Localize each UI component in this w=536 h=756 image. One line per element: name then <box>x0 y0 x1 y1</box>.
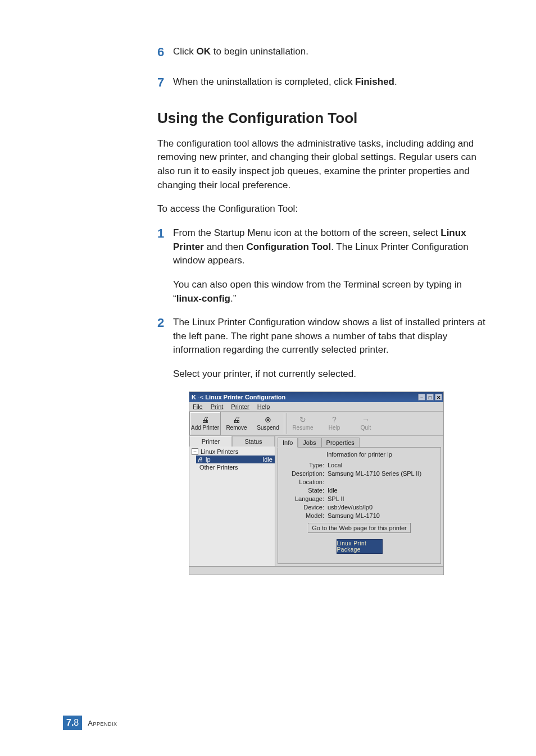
label: Quit <box>361 425 371 431</box>
page: 6 Click OK to begin uninstallation. 7 Wh… <box>0 0 536 756</box>
info-type-value: Local <box>328 462 436 468</box>
step-1: 1 From the Startup Menu icon at the bott… <box>157 226 485 268</box>
tree-root-other-printers[interactable]: Other Printers <box>190 463 275 471</box>
step-text: The Linux Printer Configuration window s… <box>173 316 485 357</box>
maximize-button[interactable]: □ <box>426 394 434 400</box>
tree-root-linux-printers[interactable]: – Linux Printers <box>190 448 275 456</box>
label: Resume <box>292 425 313 431</box>
window-title: K -< Linux Printer Configuration <box>192 394 285 400</box>
chapter-number: 7. <box>66 718 74 727</box>
help-icon: ? <box>332 416 337 423</box>
menu-file[interactable]: File <box>193 403 203 410</box>
info-grid: Type: Local Description: Samsung ML-1710… <box>283 462 436 519</box>
step-text: Click OK to begin uninstallation. <box>173 45 308 59</box>
right-pane: Info Jobs Properties Information for pri… <box>275 436 443 566</box>
step-7: 7 When the uninstallation is completed, … <box>157 75 485 90</box>
info-description-key: Description: <box>283 470 328 477</box>
add-printer-button[interactable]: 🖨 Add Printer <box>189 412 221 435</box>
menu-help[interactable]: Help <box>257 403 270 410</box>
bold-configuration-tool: Configuration Tool <box>246 242 331 252</box>
step-2-note: Select your printer, if not currently se… <box>173 367 485 381</box>
step-text: From the Startup Menu icon at the bottom… <box>173 226 485 268</box>
bold-ok: OK <box>197 46 211 57</box>
step-number: 7 <box>157 75 173 90</box>
step-number: 2 <box>157 316 173 330</box>
info-title: Information for printer lp <box>283 451 436 460</box>
go-to-web-page-button[interactable]: Go to the Web page for this printer <box>308 523 411 533</box>
help-button[interactable]: ? Help <box>319 412 350 435</box>
tab-printer[interactable]: Printer <box>189 436 232 447</box>
info-model-key: Model: <box>283 512 328 519</box>
info-state-key: State: <box>283 487 328 494</box>
access-paragraph: To access the Configuration Tool: <box>157 202 485 216</box>
step-number: 6 <box>157 45 173 60</box>
page-footer: 7.8 Appendix <box>63 716 117 730</box>
quit-icon: → <box>362 416 370 423</box>
linux-print-package-logo: Linux Print Package <box>337 539 383 554</box>
left-pane: Printer Status – Linux Printers 🖨 lp Idl… <box>189 436 275 566</box>
window-statusbar <box>189 566 443 575</box>
label: Help <box>329 425 340 431</box>
play-icon: ↻ <box>299 416 306 423</box>
info-language-value: SPL II <box>328 495 436 502</box>
resume-button[interactable]: ↻ Resume <box>287 412 319 435</box>
right-pane-tabs: Info Jobs Properties <box>278 437 441 447</box>
info-location-key: Location: <box>283 479 328 485</box>
info-state-value: Idle <box>328 487 436 494</box>
section-heading: Using the Configuration Tool <box>157 110 485 127</box>
tree-collapse-icon[interactable]: – <box>192 448 198 455</box>
info-device-key: Device: <box>283 504 328 511</box>
toolbar-group-left: 🖨 Add Printer 🖨 Remove ⊗ Suspend <box>189 412 284 435</box>
label: Suspend <box>257 425 279 431</box>
tree-item-lp[interactable]: 🖨 lp Idle <box>196 456 275 463</box>
toolbar: 🖨 Add Printer 🖨 Remove ⊗ Suspend ↻ Resum… <box>189 412 443 436</box>
left-pane-tabs: Printer Status <box>189 436 275 447</box>
tree-label: Linux Printers <box>201 448 238 455</box>
text: When the uninstallation is completed, cl… <box>173 76 355 87</box>
tree-status: Idle <box>262 456 272 463</box>
text: to begin uninstallation. <box>211 46 308 57</box>
printer-remove-icon: 🖨 <box>233 416 240 423</box>
minimize-button[interactable]: – <box>418 394 425 400</box>
remove-button[interactable]: 🖨 Remove <box>221 412 252 435</box>
info-location-value <box>328 479 436 485</box>
close-button[interactable]: ✕ <box>435 394 442 400</box>
toolbar-group-right: ↻ Resume ? Help → Quit <box>287 412 381 435</box>
step-number: 1 <box>157 226 173 241</box>
printer-add-icon: 🖨 <box>201 416 209 423</box>
text: Click <box>173 46 197 57</box>
page-number: 8 <box>74 718 79 727</box>
printer-icon: 🖨 <box>197 456 203 463</box>
pause-icon: ⊗ <box>265 416 271 423</box>
tab-status[interactable]: Status <box>232 436 275 447</box>
quit-button[interactable]: → Quit <box>350 412 381 435</box>
suspend-button[interactable]: ⊗ Suspend <box>252 412 284 435</box>
step-1-note: You can also open this window from the T… <box>173 278 485 306</box>
bold-linux-config: linux-config <box>176 293 230 304</box>
title-prefix: K <box>192 394 196 400</box>
tree-label: Other Printers <box>199 464 238 471</box>
text: .” <box>230 293 236 304</box>
info-panel: Information for printer lp Type: Local D… <box>278 447 441 564</box>
menu-print[interactable]: Print <box>211 403 224 410</box>
info-model-value: Samsung ML-1710 <box>328 512 436 519</box>
info-type-key: Type: <box>283 462 328 468</box>
bold-finished: Finished <box>355 76 394 87</box>
text: From the Startup Menu icon at the bottom… <box>173 227 440 238</box>
linux-printer-config-window: K -< Linux Printer Configuration – □ ✕ F… <box>189 391 444 575</box>
content-area: Printer Status – Linux Printers 🖨 lp Idl… <box>189 436 443 566</box>
title-text: Linux Printer Configuration <box>205 394 285 400</box>
step-6: 6 Click OK to begin uninstallation. <box>157 45 485 60</box>
label: Add Printer <box>191 425 219 431</box>
printer-tree[interactable]: – Linux Printers 🖨 lp Idle Other Printer… <box>189 447 275 566</box>
menu-printer[interactable]: Printer <box>231 403 249 410</box>
tab-properties[interactable]: Properties <box>321 438 360 448</box>
info-description-value: Samsung ML-1710 Series (SPL II) <box>328 470 436 477</box>
tab-jobs[interactable]: Jobs <box>298 438 321 448</box>
page-number-badge: 7.8 <box>63 716 82 730</box>
tab-info[interactable]: Info <box>278 438 298 448</box>
step-2: 2 The Linux Printer Configuration window… <box>157 316 485 357</box>
window-titlebar[interactable]: K -< Linux Printer Configuration – □ ✕ <box>189 392 443 402</box>
text: . <box>394 76 397 87</box>
step-text: When the uninstallation is completed, cl… <box>173 75 397 89</box>
